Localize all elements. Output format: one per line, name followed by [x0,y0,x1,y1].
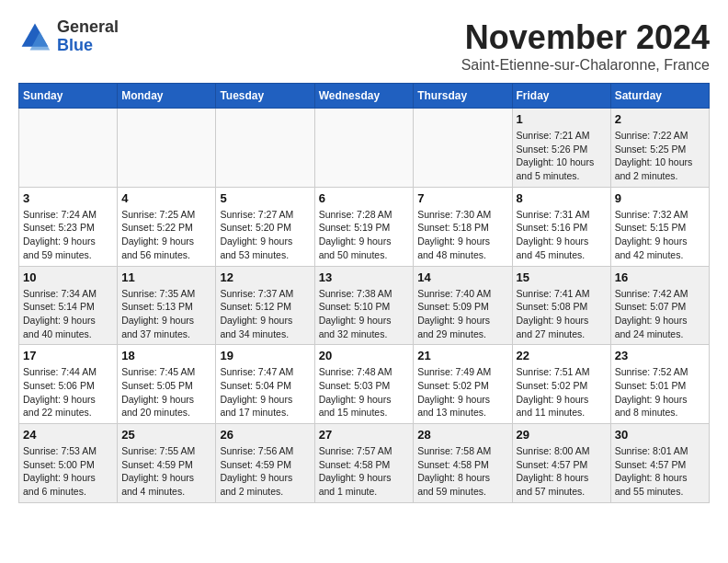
calendar-cell: 13Sunrise: 7:38 AM Sunset: 5:10 PM Dayli… [314,266,414,345]
calendar-cell: 19Sunrise: 7:47 AM Sunset: 5:04 PM Dayli… [216,345,314,424]
day-info: Sunrise: 7:37 AM Sunset: 5:12 PM Dayligh… [220,287,310,341]
weekday-header: Friday [512,84,610,109]
calendar-week-row: 1Sunrise: 7:21 AM Sunset: 5:26 PM Daylig… [19,109,710,188]
day-number: 8 [517,191,607,205]
day-info: Sunrise: 7:51 AM Sunset: 5:02 PM Dayligh… [517,365,607,419]
day-info: Sunrise: 7:35 AM Sunset: 5:13 PM Dayligh… [121,287,211,341]
calendar-cell [118,109,216,188]
day-number: 25 [121,428,211,442]
day-info: Sunrise: 7:34 AM Sunset: 5:14 PM Dayligh… [23,287,113,341]
day-info: Sunrise: 7:55 AM Sunset: 4:59 PM Dayligh… [121,444,211,499]
day-info: Sunrise: 7:45 AM Sunset: 5:05 PM Dayligh… [121,365,211,419]
day-info: Sunrise: 7:53 AM Sunset: 5:00 PM Dayligh… [23,444,113,499]
calendar-cell: 24Sunrise: 7:53 AM Sunset: 5:00 PM Dayli… [19,424,118,503]
day-info: Sunrise: 7:24 AM Sunset: 5:23 PM Dayligh… [23,208,113,262]
calendar-cell: 22Sunrise: 7:51 AM Sunset: 5:02 PM Dayli… [512,345,610,424]
calendar-cell: 10Sunrise: 7:34 AM Sunset: 5:14 PM Dayli… [19,266,118,345]
day-number: 5 [220,191,310,205]
day-info: Sunrise: 7:58 AM Sunset: 4:58 PM Dayligh… [417,444,507,499]
weekday-header: Sunday [19,84,118,109]
calendar-cell: 1Sunrise: 7:21 AM Sunset: 5:26 PM Daylig… [512,109,610,188]
calendar-cell: 11Sunrise: 7:35 AM Sunset: 5:13 PM Dayli… [118,266,216,345]
weekday-header-row: SundayMondayTuesdayWednesdayThursdayFrid… [19,84,710,109]
header: General Blue November 2024 Saint-Etienne… [18,18,710,74]
calendar-cell: 15Sunrise: 7:41 AM Sunset: 5:08 PM Dayli… [512,266,610,345]
day-number: 10 [23,270,113,284]
weekday-header: Monday [118,84,216,109]
calendar-cell: 25Sunrise: 7:55 AM Sunset: 4:59 PM Dayli… [118,424,216,503]
day-number: 27 [319,428,410,442]
calendar-cell: 2Sunrise: 7:22 AM Sunset: 5:25 PM Daylig… [610,109,709,188]
day-number: 1 [517,112,607,126]
calendar-cell: 3Sunrise: 7:24 AM Sunset: 5:23 PM Daylig… [19,187,118,266]
day-number: 13 [319,270,410,284]
day-number: 6 [319,191,410,205]
day-info: Sunrise: 8:00 AM Sunset: 4:57 PM Dayligh… [517,444,607,499]
calendar-cell: 27Sunrise: 7:57 AM Sunset: 4:58 PM Dayli… [314,424,414,503]
day-info: Sunrise: 7:28 AM Sunset: 5:19 PM Dayligh… [319,208,410,262]
day-info: Sunrise: 7:41 AM Sunset: 5:08 PM Dayligh… [517,287,607,341]
day-info: Sunrise: 7:38 AM Sunset: 5:10 PM Dayligh… [319,287,410,341]
day-number: 20 [319,349,410,362]
calendar-cell: 16Sunrise: 7:42 AM Sunset: 5:07 PM Dayli… [610,266,709,345]
day-number: 3 [23,191,113,205]
calendar-cell: 29Sunrise: 8:00 AM Sunset: 4:57 PM Dayli… [512,424,610,503]
calendar-cell: 20Sunrise: 7:48 AM Sunset: 5:03 PM Dayli… [314,345,414,424]
day-info: Sunrise: 7:21 AM Sunset: 5:26 PM Dayligh… [517,129,607,183]
weekday-header: Saturday [610,84,709,109]
day-number: 4 [121,191,211,205]
day-number: 26 [220,428,310,442]
day-number: 15 [517,270,607,284]
day-number: 12 [220,270,310,284]
day-number: 30 [615,428,705,442]
weekday-header: Wednesday [314,84,414,109]
calendar-week-row: 10Sunrise: 7:34 AM Sunset: 5:14 PM Dayli… [19,266,710,345]
calendar-cell: 28Sunrise: 7:58 AM Sunset: 4:58 PM Dayli… [414,424,512,503]
title-block: November 2024 Saint-Etienne-sur-Chalaron… [461,18,710,74]
day-info: Sunrise: 7:40 AM Sunset: 5:09 PM Dayligh… [417,287,507,341]
calendar: SundayMondayTuesdayWednesdayThursdayFrid… [18,83,710,503]
calendar-cell: 12Sunrise: 7:37 AM Sunset: 5:12 PM Dayli… [216,266,314,345]
calendar-cell: 17Sunrise: 7:44 AM Sunset: 5:06 PM Dayli… [19,345,118,424]
calendar-cell: 18Sunrise: 7:45 AM Sunset: 5:05 PM Dayli… [118,345,216,424]
day-info: Sunrise: 7:49 AM Sunset: 5:02 PM Dayligh… [417,365,507,419]
calendar-week-row: 3Sunrise: 7:24 AM Sunset: 5:23 PM Daylig… [19,187,710,266]
day-info: Sunrise: 7:52 AM Sunset: 5:01 PM Dayligh… [615,365,705,419]
calendar-cell [414,109,512,188]
month-title: November 2024 [461,18,710,57]
day-number: 14 [417,270,507,284]
day-info: Sunrise: 7:57 AM Sunset: 4:58 PM Dayligh… [319,444,410,499]
calendar-week-row: 24Sunrise: 7:53 AM Sunset: 5:00 PM Dayli… [19,424,710,503]
calendar-cell: 21Sunrise: 7:49 AM Sunset: 5:02 PM Dayli… [414,345,512,424]
calendar-cell: 4Sunrise: 7:25 AM Sunset: 5:22 PM Daylig… [118,187,216,266]
logo-text: General Blue [57,18,119,55]
day-number: 17 [23,349,113,362]
day-info: Sunrise: 7:47 AM Sunset: 5:04 PM Dayligh… [220,365,310,419]
day-info: Sunrise: 7:25 AM Sunset: 5:22 PM Dayligh… [121,208,211,262]
day-number: 18 [121,349,211,362]
day-info: Sunrise: 7:32 AM Sunset: 5:15 PM Dayligh… [615,208,705,262]
calendar-cell: 8Sunrise: 7:31 AM Sunset: 5:16 PM Daylig… [512,187,610,266]
day-number: 2 [615,112,705,126]
weekday-header: Tuesday [216,84,314,109]
calendar-cell: 30Sunrise: 8:01 AM Sunset: 4:57 PM Dayli… [610,424,709,503]
day-number: 28 [417,428,507,442]
day-info: Sunrise: 7:31 AM Sunset: 5:16 PM Dayligh… [517,208,607,262]
calendar-cell: 5Sunrise: 7:27 AM Sunset: 5:20 PM Daylig… [216,187,314,266]
calendar-cell: 9Sunrise: 7:32 AM Sunset: 5:15 PM Daylig… [610,187,709,266]
calendar-cell: 14Sunrise: 7:40 AM Sunset: 5:09 PM Dayli… [414,266,512,345]
subtitle: Saint-Etienne-sur-Chalaronne, France [461,57,710,74]
calendar-cell: 6Sunrise: 7:28 AM Sunset: 5:19 PM Daylig… [314,187,414,266]
day-info: Sunrise: 7:42 AM Sunset: 5:07 PM Dayligh… [615,287,705,341]
day-number: 7 [417,191,507,205]
day-info: Sunrise: 7:22 AM Sunset: 5:25 PM Dayligh… [615,129,705,183]
day-number: 19 [220,349,310,362]
day-number: 22 [517,349,607,362]
day-info: Sunrise: 7:27 AM Sunset: 5:20 PM Dayligh… [220,208,310,262]
logo: General Blue [18,18,119,55]
day-info: Sunrise: 7:30 AM Sunset: 5:18 PM Dayligh… [417,208,507,262]
day-info: Sunrise: 7:48 AM Sunset: 5:03 PM Dayligh… [319,365,410,419]
day-info: Sunrise: 8:01 AM Sunset: 4:57 PM Dayligh… [615,444,705,499]
calendar-cell: 26Sunrise: 7:56 AM Sunset: 4:59 PM Dayli… [216,424,314,503]
day-info: Sunrise: 7:56 AM Sunset: 4:59 PM Dayligh… [220,444,310,499]
